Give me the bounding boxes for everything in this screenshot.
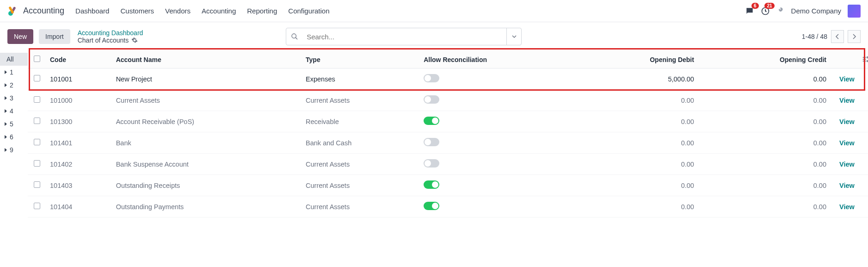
cell-reconcile <box>420 68 577 90</box>
nav-vendors[interactable]: Vendors <box>165 7 191 15</box>
nav-configuration[interactable]: Configuration <box>288 7 329 15</box>
sidebar-item-5[interactable]: 5 <box>0 118 28 130</box>
sidebar-item-4[interactable]: 4 <box>0 105 28 118</box>
breadcrumb-parent[interactable]: Accounting Dashboard <box>78 29 143 37</box>
cell-type: Current Assets <box>302 154 420 175</box>
nav-right: 6 21 Demo Company <box>745 5 861 18</box>
reconcile-toggle[interactable] <box>424 117 439 125</box>
control-bar: New Import Accounting Dashboard Chart of… <box>0 22 868 51</box>
chevron-right-icon <box>852 34 856 39</box>
nav-menu: Dashboard Customers Vendors Accounting R… <box>75 7 745 15</box>
cell-credit: 0.00 <box>703 111 836 132</box>
view-link[interactable]: View <box>839 75 855 83</box>
view-link[interactable]: View <box>839 139 855 147</box>
header-options <box>836 51 868 68</box>
pager-next[interactable] <box>848 30 861 43</box>
cell-reconcile <box>420 111 577 132</box>
activities-button[interactable]: 21 <box>761 6 770 16</box>
cell-name: Bank Suspense Account <box>112 154 302 175</box>
pager-prev[interactable] <box>831 30 844 43</box>
header-code[interactable]: Code <box>46 51 112 68</box>
search-dropdown[interactable] <box>506 28 521 45</box>
nav-dashboard[interactable]: Dashboard <box>75 7 109 15</box>
select-all-checkbox[interactable] <box>34 56 40 62</box>
caret-right-icon <box>5 83 7 87</box>
cell-name: Current Assets <box>112 90 302 111</box>
top-nav: Accounting Dashboard Customers Vendors A… <box>0 0 868 22</box>
cell-credit: 0.00 <box>703 196 836 217</box>
reconcile-toggle[interactable] <box>424 138 439 146</box>
reconcile-toggle[interactable] <box>424 95 439 104</box>
table-row[interactable]: 101300Account Receivable (PoS)Receivable… <box>28 111 868 132</box>
table-row[interactable]: 101401BankBank and Cash0.000.00View <box>28 132 868 154</box>
row-checkbox[interactable] <box>34 160 40 167</box>
row-checkbox[interactable] <box>34 203 40 209</box>
table-row[interactable]: 101000Current AssetsCurrent Assets0.000.… <box>28 90 868 111</box>
row-checkbox[interactable] <box>34 139 40 145</box>
sidebar-item-2[interactable]: 2 <box>0 79 28 92</box>
sidebar-item-all[interactable]: All <box>0 53 28 66</box>
cell-credit: 0.00 <box>703 68 836 90</box>
chevron-down-icon <box>512 34 517 39</box>
view-link[interactable]: View <box>839 203 855 211</box>
view-link[interactable]: View <box>839 97 855 104</box>
table-row[interactable]: 101402Bank Suspense AccountCurrent Asset… <box>28 154 868 175</box>
gear-icon[interactable] <box>131 37 138 43</box>
sidebar-item-9[interactable]: 9 <box>0 143 28 156</box>
reconcile-toggle[interactable] <box>424 159 439 168</box>
caret-right-icon <box>5 96 7 100</box>
cell-code: 101000 <box>46 90 112 111</box>
header-credit[interactable]: Opening Credit <box>703 51 836 68</box>
header-debit[interactable]: Opening Debit <box>577 51 703 68</box>
app-title: Accounting <box>23 6 64 16</box>
header-type[interactable]: Type <box>302 51 420 68</box>
view-link[interactable]: View <box>839 182 855 189</box>
cell-reconcile <box>420 175 577 196</box>
sidebar-item-1[interactable]: 1 <box>0 66 28 79</box>
nav-reporting[interactable]: Reporting <box>247 7 277 15</box>
new-button[interactable]: New <box>7 29 33 44</box>
nav-customers[interactable]: Customers <box>120 7 154 15</box>
row-checkbox[interactable] <box>34 118 40 124</box>
cell-debit: 5,000.00 <box>577 68 703 90</box>
header-checkbox <box>28 51 46 68</box>
cell-debit: 0.00 <box>577 90 703 111</box>
table-row[interactable]: 101403Outstanding ReceiptsCurrent Assets… <box>28 175 868 196</box>
company-name[interactable]: Demo Company <box>791 7 841 15</box>
cell-reconcile <box>420 90 577 111</box>
view-link[interactable]: View <box>839 118 855 125</box>
messages-button[interactable]: 6 <box>745 6 754 16</box>
caret-right-icon <box>5 109 7 113</box>
caret-right-icon <box>5 148 7 152</box>
table-row[interactable]: 101404Outstanding PaymentsCurrent Assets… <box>28 196 868 217</box>
search-box <box>286 28 522 45</box>
cell-type: Expenses <box>302 68 420 90</box>
options-icon[interactable] <box>862 56 868 63</box>
sidebar-item-6[interactable]: 6 <box>0 130 28 143</box>
sidebar-item-3[interactable]: 3 <box>0 92 28 105</box>
cell-name: Outstanding Receipts <box>112 175 302 196</box>
row-checkbox[interactable] <box>34 75 40 81</box>
cell-type: Current Assets <box>302 196 420 217</box>
reconcile-toggle[interactable] <box>424 202 439 210</box>
cell-debit: 0.00 <box>577 196 703 217</box>
tools-button[interactable] <box>776 7 785 15</box>
cell-code: 101401 <box>46 132 112 154</box>
reconcile-toggle[interactable] <box>424 74 439 82</box>
cell-name: Bank <box>112 132 302 154</box>
cell-code: 101403 <box>46 175 112 196</box>
search-input[interactable] <box>303 33 506 41</box>
table-row[interactable]: 101001New ProjectExpenses5,000.000.00Vie… <box>28 68 868 90</box>
row-checkbox[interactable] <box>34 96 40 103</box>
view-link[interactable]: View <box>839 161 855 168</box>
row-checkbox[interactable] <box>34 181 40 188</box>
cell-reconcile <box>420 196 577 217</box>
cell-debit: 0.00 <box>577 132 703 154</box>
nav-accounting[interactable]: Accounting <box>202 7 236 15</box>
header-reconcile[interactable]: Allow Reconciliation <box>420 51 577 68</box>
breadcrumb-current: Chart of Accounts <box>78 37 143 44</box>
import-button[interactable]: Import <box>39 29 70 44</box>
header-name[interactable]: Account Name <box>112 51 302 68</box>
user-avatar[interactable] <box>848 5 861 18</box>
reconcile-toggle[interactable] <box>424 180 439 189</box>
